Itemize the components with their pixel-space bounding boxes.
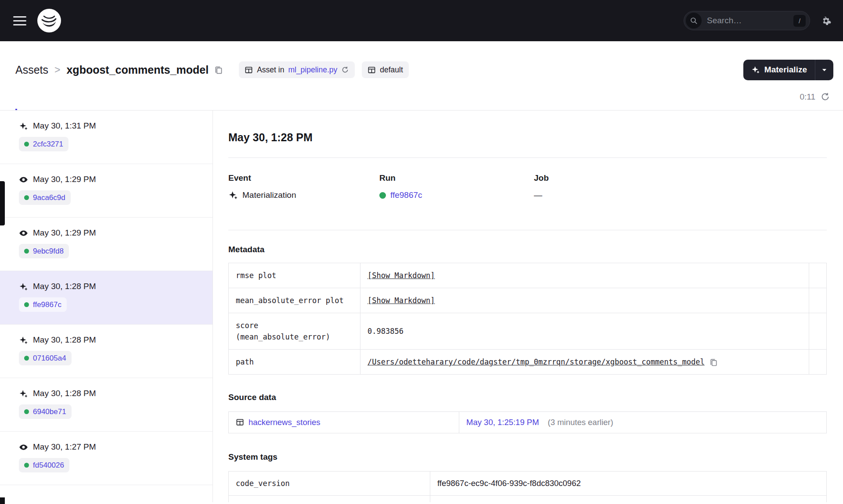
- event-list-item[interactable]: May 30, 1:31 PM 2cfc3271: [0, 111, 213, 164]
- event-list-item[interactable]: May 30, 1:27 PM fd540026: [0, 432, 213, 485]
- run-id-link[interactable]: 071605a4: [33, 354, 66, 363]
- refresh-icon[interactable]: [821, 92, 830, 101]
- metadata-key: score (mean_absolute_error): [229, 313, 360, 350]
- observation-eye-icon: [19, 229, 28, 238]
- metadata-key: rmse plot: [229, 263, 360, 288]
- breadcrumb-assets-link[interactable]: Assets: [15, 64, 48, 76]
- run-label: Run: [379, 173, 534, 183]
- run-id-link[interactable]: fd540026: [33, 461, 64, 470]
- materialize-dropdown-button[interactable]: [815, 60, 833, 80]
- events-list: May 30, 1:31 PM 2cfc3271 May 30, 1:29 PM: [0, 111, 213, 502]
- event-list-item[interactable]: May 30, 1:28 PM 071605a4: [0, 325, 213, 378]
- tabs-row: 0:11: [0, 83, 843, 111]
- source-data-table: hackernews_stories May 30, 1:25:19 PM (3…: [228, 411, 827, 433]
- refresh-timer[interactable]: 0:11: [800, 83, 830, 110]
- source-time-link[interactable]: May 30, 1:25:19 PM: [466, 418, 539, 427]
- run-id-pill[interactable]: 071605a4: [19, 351, 72, 365]
- system-tag-value: ffe9867c-ec9c-4f06-939c-f8dc830c0962: [430, 471, 827, 495]
- tab[interactable]: [30, 83, 32, 110]
- system-tags-table: code_version ffe9867c-ec9c-4f06-939c-f8d…: [228, 471, 827, 503]
- materialization-icon: [19, 122, 28, 131]
- menu-icon[interactable]: [13, 16, 26, 25]
- show-markdown-link[interactable]: [Show Markdown]: [367, 271, 435, 280]
- event-time: May 30, 1:28 PM: [33, 282, 96, 291]
- observation-eye-icon: [19, 175, 28, 184]
- copy-icon[interactable]: [214, 65, 223, 75]
- source-asset-link[interactable]: hackernews_stories: [249, 418, 321, 427]
- event-time: May 30, 1:29 PM: [33, 228, 96, 238]
- event-time: May 30, 1:29 PM: [33, 175, 96, 184]
- metadata-heading: Metadata: [228, 244, 827, 255]
- table-gutter: [809, 263, 827, 288]
- metadata-value: 0.983856: [360, 313, 809, 350]
- run-id-link[interactable]: 9aca6c9d: [33, 193, 65, 202]
- divider: [228, 157, 827, 158]
- run-id-link[interactable]: 6940be71: [33, 407, 66, 416]
- event-time-row: May 30, 1:28 PM: [19, 335, 204, 345]
- path-link[interactable]: /Users/odetteharary/code/dagster/tmp_0mz…: [367, 357, 705, 366]
- run-id-link[interactable]: 2cfc3271: [33, 140, 63, 149]
- search-icon: [686, 13, 702, 29]
- event-column: Event Materialization: [228, 173, 379, 201]
- tab[interactable]: [45, 83, 47, 110]
- settings-gear-icon[interactable]: [821, 15, 832, 26]
- run-id-pill[interactable]: fd540026: [19, 458, 69, 472]
- event-detail: May 30, 1:28 PM Event Materialization Ru…: [213, 111, 843, 502]
- divider: [228, 230, 827, 230]
- run-status-dot: [24, 463, 29, 468]
- event-list-item[interactable]: May 30, 1:29 PM 9ebc9fd8: [0, 218, 213, 271]
- asset-title: xgboost_comments_model: [66, 64, 209, 76]
- event-time-row: May 30, 1:29 PM: [19, 228, 204, 238]
- pipeline-file-link[interactable]: ml_pipeline.py: [288, 65, 337, 75]
- reload-icon[interactable]: [341, 66, 349, 74]
- event-time: May 30, 1:31 PM: [33, 121, 96, 131]
- event-list-item[interactable]: May 30, 1:28 PM ffe9867c: [0, 271, 213, 325]
- search-input[interactable]: [706, 15, 789, 26]
- run-id-link[interactable]: 9ebc9fd8: [33, 247, 64, 256]
- copy-icon[interactable]: [709, 358, 718, 367]
- tab[interactable]: [15, 83, 17, 110]
- event-label: Event: [228, 173, 379, 183]
- run-id-pill[interactable]: 9aca6c9d: [19, 190, 71, 205]
- table-gutter: [809, 288, 827, 313]
- source-data-row: hackernews_stories May 30, 1:25:19 PM (3…: [229, 411, 827, 433]
- run-id-pill[interactable]: 6940be71: [19, 404, 72, 419]
- run-id-pill[interactable]: 9ebc9fd8: [19, 244, 69, 258]
- scrollbar-thumb[interactable]: [0, 181, 5, 225]
- search-box[interactable]: /: [684, 11, 810, 30]
- run-link[interactable]: ffe9867c: [390, 190, 422, 200]
- event-time: May 30, 1:27 PM: [33, 442, 96, 452]
- job-column: Job —: [534, 173, 685, 201]
- refresh-countdown: 0:11: [800, 92, 815, 102]
- run-id-link[interactable]: ffe9867c: [33, 300, 61, 309]
- asset-tabs: [15, 83, 62, 110]
- asset-location-tag[interactable]: Asset in ml_pipeline.py: [239, 61, 355, 78]
- source-data-heading: Source data: [228, 392, 827, 403]
- materialization-icon: [19, 389, 28, 398]
- metadata-table: rmse plot [Show Markdown] mean_absolute_…: [228, 263, 827, 375]
- run-id-pill[interactable]: 2cfc3271: [19, 137, 68, 151]
- metadata-key: mean_absolute_error plot: [229, 288, 360, 313]
- event-list-item[interactable]: May 30, 1:28 PM 6940be71: [0, 378, 213, 432]
- asset-location-prefix: Asset in: [257, 65, 284, 75]
- event-list-item[interactable]: May 30, 1:29 PM 9aca6c9d: [0, 164, 213, 218]
- run-status-dot: [24, 302, 29, 307]
- group-tag[interactable]: default: [362, 61, 409, 78]
- run-status-dot: [379, 192, 386, 199]
- run-status-dot: [24, 195, 29, 200]
- system-tag-key: code_version: [229, 471, 430, 495]
- run-id-pill[interactable]: ffe9867c: [19, 297, 67, 312]
- dagster-logo[interactable]: [37, 8, 61, 33]
- show-markdown-link[interactable]: [Show Markdown]: [367, 296, 435, 305]
- scrollbar-thumb[interactable]: [0, 497, 5, 504]
- materialize-button[interactable]: Materialize: [743, 60, 815, 80]
- run-status-dot: [24, 409, 29, 414]
- event-time-row: May 30, 1:31 PM: [19, 121, 204, 131]
- content: May 30, 1:31 PM 2cfc3271 May 30, 1:29 PM: [0, 111, 843, 502]
- table-icon: [236, 418, 244, 426]
- search-shortcut-badge: /: [793, 15, 806, 27]
- run-column: Run ffe9867c: [379, 173, 534, 201]
- tab[interactable]: [60, 83, 62, 110]
- metadata-row: path /Users/odetteharary/code/dagster/tm…: [229, 350, 827, 375]
- event-time: May 30, 1:28 PM: [33, 389, 96, 398]
